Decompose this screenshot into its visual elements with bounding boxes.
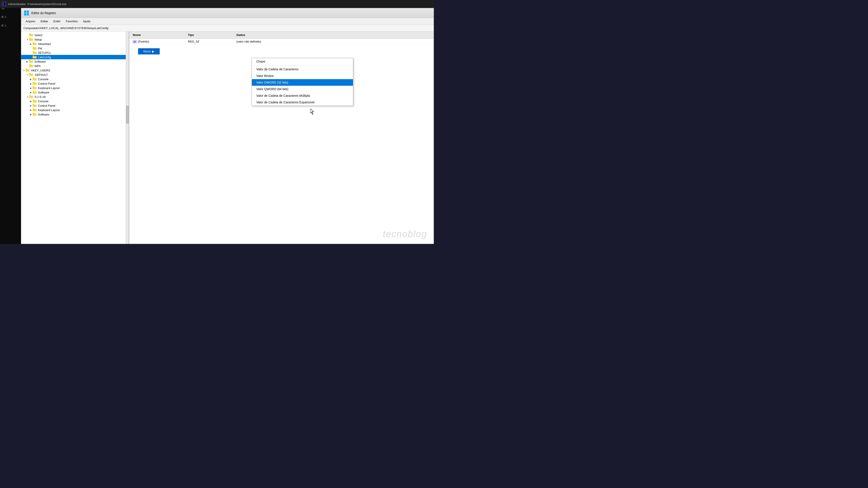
col-header-nome: Nome	[129, 33, 184, 37]
folder-icon-console-s1518	[33, 99, 37, 103]
dropdown-item-valor-cadeia[interactable]: Valor da Cadeia de Caracteres	[252, 66, 353, 72]
svg-rect-41	[33, 109, 37, 111]
menu-editar[interactable]: Editar	[38, 19, 51, 24]
tree-item-setupcl[interactable]: SETUPCL	[21, 51, 129, 55]
expand-icon-pid	[29, 46, 33, 50]
menubar: Arquivo Editar Exibir Favoritos Ajuda	[21, 18, 434, 25]
menu-arquivo[interactable]: Arquivo	[23, 19, 38, 24]
tree-scrollbar[interactable]	[126, 32, 129, 244]
mouse-cursor	[310, 109, 315, 114]
tree-label: Setup	[34, 38, 42, 41]
table-header: Nome Tipo Dados	[129, 32, 434, 39]
svg-rect-3	[27, 10, 29, 13]
svg-rect-35	[29, 96, 33, 98]
folder-icon-setup	[29, 38, 34, 41]
svg-rect-43	[33, 114, 37, 116]
tree-item-default[interactable]: ▾ .DEFAULT	[21, 72, 129, 77]
dropdown-item-valor-binario[interactable]: Valor Binário	[252, 72, 353, 79]
expand-icon-console-default: ▶	[29, 77, 33, 81]
svg-rect-23	[26, 70, 30, 72]
svg-rect-5	[27, 13, 29, 15]
tree-item-wpa[interactable]: WPA	[21, 64, 129, 68]
tree-item-controlpanel-default[interactable]: ▶ Control Panel	[21, 81, 129, 86]
folder-icon-labconfig	[33, 55, 37, 59]
menu-ajuda[interactable]: Ajuda	[80, 19, 93, 24]
expand-icon	[26, 33, 29, 37]
menu-favoritos[interactable]: Favoritos	[63, 19, 80, 24]
tree-label: WPA	[34, 64, 41, 68]
novo-button[interactable]: Novo ▶	[138, 48, 160, 55]
tree-item-software-setup[interactable]: ▶ Software	[21, 59, 129, 64]
dropdown-item-valor-cadeia-multipla[interactable]: Valor de Cadeia de Caracteres Múltipla	[252, 92, 353, 99]
folder-icon-software-s1518	[33, 112, 37, 116]
tree-item-software-s1518[interactable]: ▶ Software	[21, 112, 129, 117]
folder-icon-allowstart	[33, 42, 37, 45]
expand-icon-allowstart: ▶	[29, 42, 33, 45]
tree-item-setup[interactable]: ▾ Setup	[21, 37, 129, 42]
tree-item-s1518[interactable]: ▾ S-1-5-18	[21, 95, 129, 99]
tree-scrollbar-thumb[interactable]	[126, 106, 129, 124]
folder-icon-software-default	[33, 91, 37, 94]
tree-item-software-default[interactable]: ▶ Software	[21, 90, 129, 95]
folder-icon-s1518	[29, 95, 34, 99]
dropdown-item-valor-cadeia-expansivel[interactable]: Valor de Cadeia de Caracteres Expansível	[252, 99, 353, 105]
svg-rect-2	[24, 10, 26, 13]
tree-label: .DEFAULT	[34, 73, 48, 76]
tree-label: Software	[34, 60, 46, 63]
right-panel: Nome Tipo Dados ab (Padrão) REG_SZ (valo…	[129, 32, 434, 244]
folder-icon-software-setup	[29, 60, 34, 63]
expand-icon-controlpanel-default: ▶	[29, 82, 33, 85]
expand-icon-controlpanel-s1518: ▶	[29, 104, 33, 107]
folder-icon-keyboard-s1518	[33, 108, 37, 112]
tree-item-keyboard-default[interactable]: ▶ Keyboard Layout	[21, 86, 129, 90]
svg-text:C: C	[3, 3, 4, 5]
tree-panel[interactable]: Select ▾ Setup ▶ AllowStart	[21, 32, 129, 244]
expand-icon-default: ▾	[26, 73, 29, 76]
svg-rect-19	[29, 61, 33, 63]
tree-label: Keyboard Layout	[38, 87, 60, 90]
expand-icon-wpa	[26, 64, 29, 68]
cmd-title-text: Administrador: X:\windows\system32\cmd.e…	[8, 2, 66, 6]
tree-item-pid[interactable]: Pid	[21, 46, 129, 51]
address-bar: Computador\HKEY_LOCAL_MACHINE\SYSTEM\Set…	[21, 25, 434, 32]
tree-item-labconfig[interactable]: LabConfig	[21, 55, 129, 59]
ab-icon: ab	[133, 40, 137, 43]
folder-icon-setupcl	[33, 51, 37, 55]
tree-item-allowstart[interactable]: ▶ AllowStart	[21, 42, 129, 46]
cmd-icon: C	[2, 2, 6, 6]
svg-rect-15	[33, 52, 37, 54]
main-content: Select ▾ Setup ▶ AllowStart	[21, 32, 434, 244]
registry-editor-window: Editor do Registro Arquivo Editar Exibir…	[21, 8, 434, 244]
expand-icon-labconfig	[29, 55, 33, 59]
cell-nome-text: (Padrão)	[138, 40, 149, 43]
folder-icon-default	[29, 73, 34, 76]
watermark: tecnoblog	[383, 229, 427, 239]
tree-item-hkey-users[interactable]: ▾ HKEY_USERS	[21, 68, 129, 72]
expand-icon-setup: ▾	[26, 38, 29, 41]
svg-rect-29	[33, 83, 37, 85]
folder-icon-console-default	[33, 77, 37, 81]
tree-item-select[interactable]: Select	[21, 33, 129, 37]
svg-rect-31	[33, 87, 37, 89]
registry-icon	[24, 10, 29, 15]
svg-rect-4	[24, 13, 26, 15]
folder-icon-wpa	[29, 64, 34, 68]
dropdown-menu: Chave Valor da Cadeia de Caracteres Valo…	[252, 58, 353, 106]
tree-label: HKEY_USERS	[31, 69, 50, 72]
table-row-padrao[interactable]: ab (Padrão) REG_SZ (valor não definido)	[129, 39, 434, 45]
expand-icon-keyboard-s1518: ▶	[29, 108, 33, 112]
tree-item-controlpanel-s1518[interactable]: ▶ Control Panel	[21, 103, 129, 108]
svg-rect-27	[33, 78, 37, 80]
dropdown-item-chave[interactable]: Chave	[252, 58, 353, 65]
folder-icon-hkey-users	[26, 69, 30, 72]
dropdown-item-valor-qword[interactable]: Valor QWORD (64 bits)	[252, 86, 353, 92]
menu-exibir[interactable]: Exibir	[51, 19, 63, 24]
tree-item-console-s1518[interactable]: ▶ Console	[21, 99, 129, 103]
dropdown-item-valor-dword[interactable]: Valor DWORD (32 bits)	[252, 79, 353, 86]
expand-icon-s1518: ▾	[26, 95, 29, 99]
tree-item-keyboard-s1518[interactable]: ▶ Keyboard Layout	[21, 108, 129, 112]
tree-label: Select	[34, 33, 42, 37]
tree-label: Software	[38, 113, 49, 116]
tree-label: Console	[38, 77, 49, 81]
tree-item-console-default[interactable]: ▶ Console	[21, 77, 129, 81]
